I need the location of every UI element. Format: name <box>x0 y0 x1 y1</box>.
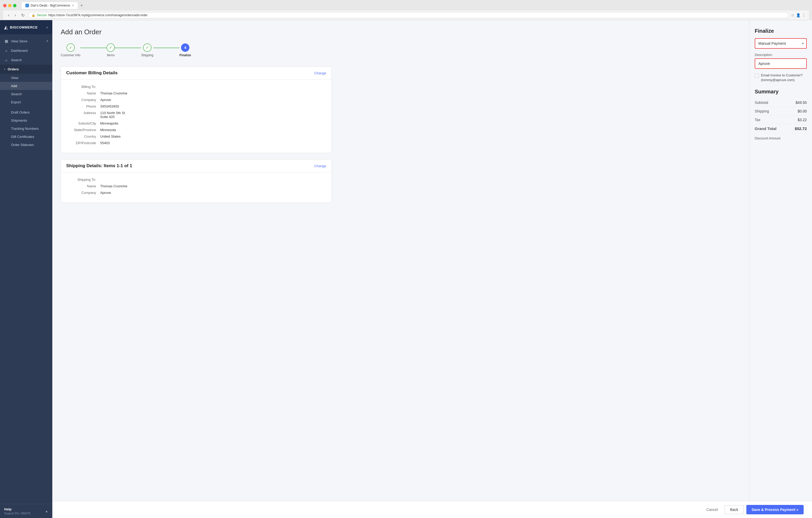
sidebar-sub-item-label: Gift Certificates <box>11 135 34 139</box>
profile-icon[interactable]: 👤 <box>796 13 801 17</box>
summary-shipping-label: Shipping <box>755 109 769 113</box>
step-label-items: Items <box>107 53 115 57</box>
sidebar-item-label: Search <box>11 58 22 62</box>
new-tab-button[interactable]: + <box>79 3 84 8</box>
forward-button[interactable]: › <box>13 12 17 18</box>
summary-row-tax: Tax $3.22 <box>755 116 807 124</box>
secure-label: Secure <box>37 13 47 17</box>
billing-field-label: Name <box>69 91 100 95</box>
email-invoice-checkbox[interactable] <box>755 74 759 78</box>
email-invoice-label: Email Invoice to Customer? (tommy@apruve… <box>761 73 807 82</box>
shipping-field-value: Apruve <box>100 191 111 195</box>
close-window-button[interactable] <box>3 4 6 7</box>
billing-field-value: Apruve <box>100 98 111 102</box>
sidebar-footer: Help Support Pin: 580475 ▲ <box>0 504 52 518</box>
sidebar-footer-support: Support Pin: 580475 <box>4 512 30 515</box>
address-bar[interactable]: 🔒 Secure https://store-7xcsl39i7k.mybigc… <box>28 12 789 18</box>
sidebar-sub-item-label: Search <box>11 92 22 96</box>
step-line-3 <box>153 48 179 48</box>
sidebar-sub-item-order-statuses[interactable]: Order Statuses <box>0 141 52 149</box>
billing-to-label: Billing To: <box>69 85 100 89</box>
sidebar-sub-item-gift-certificates[interactable]: Gift Certificates <box>0 133 52 141</box>
billing-field-value: 3453453455 <box>100 105 119 108</box>
sidebar-sub-item-view[interactable]: View <box>0 74 52 82</box>
step-circle-shipping <box>143 44 151 52</box>
billing-row-zip: ZIP/Postcode 55403 <box>69 141 324 145</box>
sidebar-footer-toggle[interactable]: ▲ <box>45 509 48 513</box>
reload-button[interactable]: ↻ <box>20 12 26 18</box>
summary-subtotal-value: $49.50 <box>795 100 807 105</box>
sidebar-sub-item-draft-orders[interactable]: Draft Orders <box>0 108 52 116</box>
tab-favicon <box>25 4 29 7</box>
sidebar: ◭ BIGCOMMERCE « ▦ View Store ↗ ⌂ Dashboa… <box>0 20 52 518</box>
sidebar-footer-title: Help <box>4 507 30 511</box>
cancel-button[interactable]: Cancel <box>702 506 722 514</box>
orders-section-label: Orders <box>7 67 19 71</box>
nav-actions: ☆ 👤 ⋮ <box>791 13 806 17</box>
payment-method-select[interactable]: Manual Payment Credit Card PayPal <box>755 39 806 48</box>
sidebar-item-dashboard[interactable]: ⌂ Dashboard <box>0 46 52 55</box>
step-customer-info: Customer Info <box>61 44 80 57</box>
billing-field-label: Country <box>69 135 100 138</box>
description-input[interactable] <box>755 59 806 68</box>
active-tab[interactable]: Dan's Deals - BigCommerce ✕ <box>22 2 78 9</box>
fullscreen-window-button[interactable] <box>13 4 17 7</box>
lock-icon: 🔒 <box>32 13 35 17</box>
browser-nav: ‹ › ↻ 🔒 Secure https://store-7xcsl39i7k.… <box>3 10 809 20</box>
tab-close-button[interactable]: ✕ <box>72 4 74 7</box>
url-text: https://store-7xcsl39i7k.mybigcommerce.c… <box>49 13 786 17</box>
billing-row-state: State/Province Minnesota <box>69 128 324 132</box>
summary-title: Summary <box>755 89 807 95</box>
shipping-field-value: Thomas Crumrine <box>100 184 127 188</box>
billing-change-link[interactable]: Change <box>314 71 326 75</box>
billing-field-label: State/Province <box>69 128 100 132</box>
step-line-2 <box>115 48 141 48</box>
shipping-section-title: Shipping Details: Items 1-1 of 1 <box>66 163 132 169</box>
billing-row-address: Address 110 North 5th StSuite 420 <box>69 111 324 119</box>
back-button[interactable]: ‹ <box>6 12 11 18</box>
bookmark-icon[interactable]: ☆ <box>791 13 794 17</box>
sidebar-sub-item-label: Order Statuses <box>11 143 34 147</box>
billing-field-label: Phone <box>69 105 100 108</box>
billing-row-city: Suburb/City Minneapolis <box>69 121 324 125</box>
summary-tax-value: $3.22 <box>798 118 807 122</box>
description-label: Description: <box>755 53 807 57</box>
save-process-payment-button[interactable]: Save & Process Payment » <box>746 505 804 514</box>
billing-field-value: United States <box>100 135 121 138</box>
shipping-section-card: Shipping Details: Items 1-1 of 1 Change … <box>61 159 332 203</box>
orders-section-header[interactable]: ‹ Orders <box>0 65 52 74</box>
sidebar-item-view-store[interactable]: ▦ View Store ↗ <box>0 36 52 46</box>
page-title: Add an Order <box>61 28 332 36</box>
sidebar-sub-item-shipments[interactable]: Shipments <box>0 116 52 124</box>
sidebar-sub-item-search[interactable]: Search <box>0 90 52 98</box>
billing-field-label: Company <box>69 98 100 102</box>
billing-section-card: Customer Billing Details Change Billing … <box>61 66 332 153</box>
shipping-field-label: Name <box>69 184 100 188</box>
chevron-icon: ‹ <box>4 68 5 70</box>
step-label-shipping: Shipping <box>141 53 153 57</box>
summary-grand-total-value: $52.72 <box>795 126 807 131</box>
back-button[interactable]: Back <box>725 505 744 514</box>
billing-row-country: Country United States <box>69 135 324 138</box>
sidebar-sub-item-tracking-numbers[interactable]: Tracking Numbers <box>0 124 52 133</box>
billing-field-label: Address <box>69 111 100 119</box>
sidebar-nav: ▦ View Store ↗ ⌂ Dashboard ⌕ Search ‹ Or… <box>0 34 52 504</box>
right-panel: Finalize Manual Payment Credit Card PayP… <box>749 20 812 501</box>
summary-row-subtotal: Subtotal $49.50 <box>755 98 807 107</box>
menu-icon[interactable]: ⋮ <box>802 13 806 17</box>
step-items: Items <box>107 44 115 57</box>
summary-tax-label: Tax <box>755 118 760 122</box>
shipping-row-name: Name Thomas Crumrine <box>69 184 324 188</box>
shipping-field-label: Company <box>69 191 100 195</box>
sidebar-item-search[interactable]: ⌕ Search <box>0 55 52 65</box>
browser-chrome: Dan's Deals - BigCommerce ✕ + ‹ › ↻ 🔒 Se… <box>0 0 812 20</box>
sidebar-collapse-button[interactable]: « <box>46 25 48 29</box>
sidebar-item-label: Dashboard <box>11 49 28 53</box>
sidebar-sub-item-add[interactable]: Add <box>0 82 52 90</box>
shipping-change-link[interactable]: Change <box>314 164 326 168</box>
minimize-window-button[interactable] <box>8 4 11 7</box>
checkmark-icon-3 <box>146 46 149 50</box>
logo-area: ◭ BIGCOMMERCE <box>4 24 38 30</box>
sidebar-sub-item-export[interactable]: Export <box>0 98 52 106</box>
finalize-title: Finalize <box>755 28 807 34</box>
